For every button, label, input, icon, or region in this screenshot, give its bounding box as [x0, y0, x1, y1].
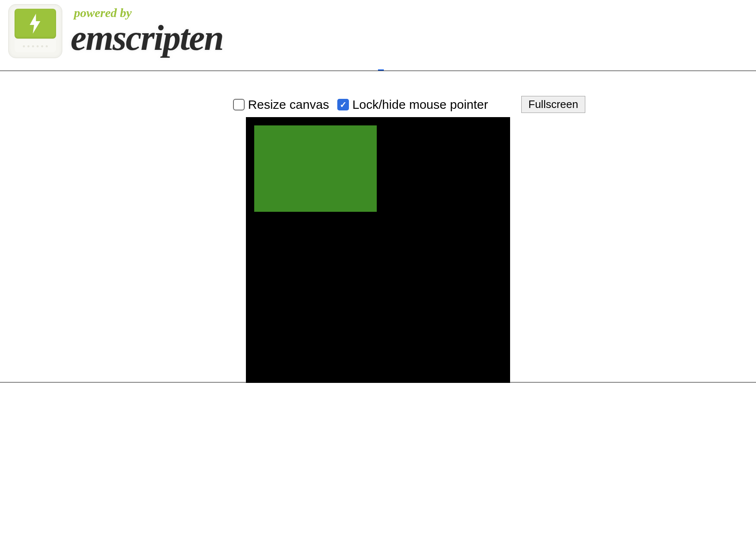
bottom-divider [0, 382, 756, 382]
rendered-rectangle [254, 125, 377, 212]
progress-indicator [378, 69, 384, 71]
controls-row: Resize canvas ✓ Lock/hide mouse pointer … [0, 96, 756, 113]
lock-pointer-checkbox[interactable]: ✓ [337, 99, 349, 110]
resize-canvas-label: Resize canvas [248, 98, 329, 112]
lock-pointer-label: Lock/hide mouse pointer [352, 98, 488, 112]
lock-pointer-control[interactable]: ✓ Lock/hide mouse pointer [337, 98, 488, 112]
header: powered by emscripten [0, 0, 756, 58]
resize-canvas-checkbox[interactable] [233, 99, 245, 110]
resize-canvas-control[interactable]: Resize canvas [233, 98, 329, 112]
logo-base [15, 40, 56, 52]
powered-by-label: powered by [74, 7, 223, 19]
emscripten-logo-icon [8, 4, 62, 58]
brand-text: powered by emscripten [71, 7, 223, 56]
lightning-bolt-icon [28, 13, 43, 34]
emscripten-canvas[interactable] [246, 117, 510, 383]
canvas-container [0, 117, 756, 383]
brand-name: emscripten [71, 20, 223, 56]
header-divider [0, 71, 756, 71]
fullscreen-button[interactable]: Fullscreen [521, 96, 585, 113]
logo-badge [15, 9, 56, 39]
